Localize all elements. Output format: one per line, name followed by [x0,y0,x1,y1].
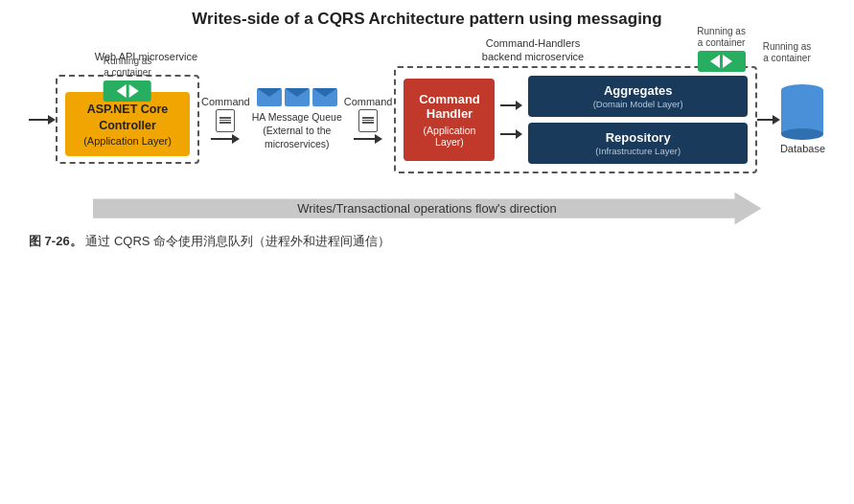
database-cylinder [781,84,823,140]
database-label: Database [780,143,825,154]
bottom-section: Writes/Transactional operations flow's d… [19,179,835,227]
page-title: Writes-side of a CQRS Architecture patte… [192,10,661,29]
aggregates-title: Aggregates [538,83,737,98]
aggregates-box: Aggregates (Domain Model Layer) [528,76,747,117]
envelope-1 [257,88,282,106]
cmd-handler-sub: (Application Layer) [413,125,485,148]
cmd-handlers-backend-label: Command-Handlers backend microservice [482,36,584,64]
left-dashed-container: Running as a container ASP.NET CoreContr… [56,75,199,164]
input-arrow [29,115,56,125]
right-running-container-label: Running as a container [749,41,825,64]
page: Writes-side of a CQRS Architecture patte… [0,0,854,504]
message-queue-section: HA Message Queue (External to the micros… [252,88,342,151]
command-arrow-left: Command [201,96,250,144]
envelope-3 [312,88,337,106]
ha-queue-label: HA Message Queue (External to the micros… [252,110,342,151]
diagram-area: Web API microservice Command-Handlers ba… [19,36,835,496]
right-running-label: Running as a container [697,26,746,49]
db-arrow [757,115,780,125]
right-dashed-container: Running as a container CommandHandler (A… [394,66,756,173]
repository-title: Repository [538,130,737,145]
split-arrows [500,101,522,139]
aspnet-sub: (Application Layer) [77,135,178,147]
cmd-handler-title: CommandHandler [413,92,485,122]
repository-box: Repository (Infrastructure Layer) [528,123,747,164]
flow-label: Writes/Transactional operations flow's d… [126,201,727,216]
aggregates-sub: (Domain Model Layer) [538,99,737,109]
command-label-left: Command [201,96,250,107]
command-arrow-right: Command [344,96,393,144]
envelope-group [257,88,337,106]
envelope-2 [285,88,310,106]
right-container-icon [698,51,746,72]
command-label-right: Command [344,96,393,107]
figure-caption: 图 7-26。 通过 CQRS 命令使用消息队列（进程外和进程间通信） [19,233,390,250]
caption-bold-prefix: 图 7-26。 [29,234,82,248]
database-container: Database [780,84,825,154]
main-diagram-row: Running as a container ASP.NET CoreContr… [19,66,835,173]
caption-text: 通过 CQRS 命令使用消息队列（进程外和进程间通信） [85,234,390,248]
flow-arrow-container: Writes/Transactional operations flow's d… [93,191,762,227]
left-container-icon [104,80,151,102]
left-running-label: Running as a container [104,56,152,79]
command-handler-box: CommandHandler (Application Layer) [404,79,495,161]
repository-sub: (Infrastructure Layer) [538,146,737,156]
aspnet-title: ASP.NET CoreController [77,102,178,133]
right-boxes: Aggregates (Domain Model Layer) Reposito… [528,76,747,164]
